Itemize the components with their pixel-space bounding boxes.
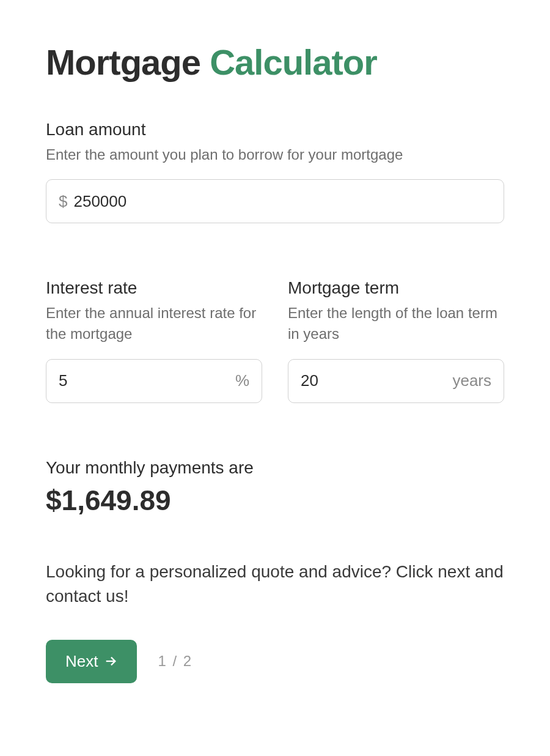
page-title: Mortgage Calculator [46, 43, 504, 82]
dollar-icon: $ [59, 192, 67, 211]
result-label: Your monthly payments are [46, 458, 504, 478]
next-button-label: Next [65, 652, 98, 671]
loan-amount-input-wrap: $ [46, 179, 504, 223]
arrow-right-icon [104, 654, 117, 668]
years-suffix: years [452, 371, 491, 390]
interest-rate-label: Interest rate [46, 278, 262, 298]
loan-amount-description: Enter the amount you plan to borrow for … [46, 144, 504, 165]
title-word-2: Calculator [210, 42, 377, 82]
interest-rate-input[interactable] [59, 371, 229, 390]
mortgage-term-input[interactable] [301, 371, 446, 390]
interest-rate-field: Interest rate Enter the annual interest … [46, 278, 262, 402]
loan-amount-field: Loan amount Enter the amount you plan to… [46, 120, 504, 224]
result-value: $1,649.89 [46, 484, 504, 517]
mortgage-term-description: Enter the length of the loan term in yea… [288, 303, 504, 344]
loan-amount-label: Loan amount [46, 120, 504, 139]
interest-rate-description: Enter the annual interest rate for the m… [46, 303, 262, 344]
title-word-1: Mortgage [46, 42, 210, 82]
next-button[interactable]: Next [46, 640, 137, 683]
cta-text: Looking for a personalized quote and adv… [46, 560, 504, 609]
mortgage-term-label: Mortgage term [288, 278, 504, 298]
pager: 1 / 2 [158, 653, 193, 670]
rate-term-row: Interest rate Enter the annual interest … [46, 278, 504, 402]
footer-row: Next 1 / 2 [46, 640, 504, 683]
loan-amount-input[interactable] [73, 192, 491, 211]
percent-icon: % [235, 371, 249, 390]
mortgage-term-field: Mortgage term Enter the length of the lo… [288, 278, 504, 402]
interest-rate-input-wrap: % [46, 359, 262, 403]
mortgage-term-input-wrap: years [288, 359, 504, 403]
result-section: Your monthly payments are $1,649.89 [46, 458, 504, 517]
